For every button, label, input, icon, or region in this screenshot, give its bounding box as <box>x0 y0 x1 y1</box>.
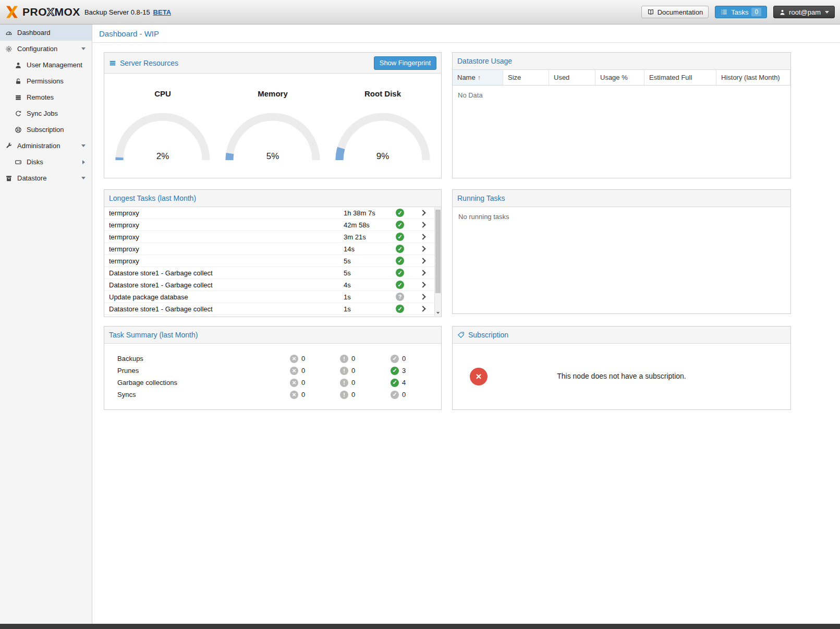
sidebar-item-label: Administration <box>17 142 60 150</box>
error-count: 0 <box>301 391 305 398</box>
user-label: root@pam <box>789 8 821 16</box>
panel-title: Server Resources <box>120 59 178 67</box>
summary-label: Backups <box>117 355 290 362</box>
chevron-right-icon[interactable] <box>420 222 425 227</box>
scrollbar[interactable] <box>434 207 441 316</box>
status-ok-icon <box>396 245 404 253</box>
chevron-down-icon[interactable] <box>81 47 86 50</box>
chevron-right-icon[interactable] <box>420 210 425 215</box>
sidebar-item-disks[interactable]: Disks <box>0 154 92 170</box>
tasks-button[interactable]: Tasks 0 <box>715 6 767 18</box>
scrollbar-down-button[interactable] <box>435 309 441 316</box>
sidebar-item-remotes[interactable]: Remotes <box>0 89 92 105</box>
warning-icon <box>340 367 348 375</box>
show-fingerprint-button[interactable]: Show Fingerprint <box>374 56 436 70</box>
chevron-right-icon[interactable] <box>420 234 425 239</box>
documentation-button[interactable]: Documentation <box>641 6 709 18</box>
task-duration: 1s <box>344 305 396 313</box>
sidebar-item-subscription[interactable]: Subscription <box>0 122 92 138</box>
tasks-label: Tasks <box>731 8 748 16</box>
longest-tasks-panel: Longest Tasks (last Month) termproxy 1h … <box>104 189 442 317</box>
chevron-down-icon[interactable] <box>81 144 86 147</box>
chevron-right-icon[interactable] <box>82 160 85 164</box>
sidebar-item-label: User Management <box>27 61 82 69</box>
chevron-down-icon[interactable] <box>81 177 86 179</box>
user-menu-button[interactable]: root@pam <box>773 6 835 18</box>
sidebar-item-label: Datastore <box>17 174 46 182</box>
summary-row: Backups 0 0 0 <box>117 353 441 365</box>
page-title: Dashboard - WIP <box>99 29 159 38</box>
dashboard-icon <box>5 29 13 37</box>
sidebar-item-sync-jobs[interactable]: Sync Jobs <box>0 105 92 122</box>
task-name: termproxy <box>109 245 344 253</box>
server-list-icon <box>15 94 22 101</box>
summary-label: Garbage collections <box>117 379 290 386</box>
chevron-right-icon[interactable] <box>420 270 425 275</box>
task-row[interactable]: termproxy 3m 21s <box>104 231 434 243</box>
gauge-value: 9% <box>331 151 435 162</box>
summary-label: Prunes <box>117 367 290 374</box>
top-header: PROXMOX Backup Server 0.8-15 BETA Docume… <box>0 0 840 25</box>
chevron-right-icon[interactable] <box>420 306 425 311</box>
sidebar-item-administration[interactable]: Administration <box>0 138 92 154</box>
task-row[interactable]: Datastore store1 - Garbage collect 5s <box>104 267 434 279</box>
tasks-count-badge: 0 <box>751 8 761 16</box>
status-ok-icon <box>396 305 404 313</box>
error-icon <box>290 367 298 375</box>
summary-label: Syncs <box>117 391 290 398</box>
book-icon <box>647 8 654 16</box>
datastore-usage-columns: Name ↑ Size Used Usage % Estimated Full … <box>453 70 790 86</box>
column-header-history[interactable]: History (last Month) <box>716 70 790 85</box>
scrollbar-thumb[interactable] <box>435 210 441 293</box>
error-count: 0 <box>301 367 305 374</box>
sidebar-item-permissions[interactable]: Permissions <box>0 73 92 89</box>
ok-count: 0 <box>402 355 406 362</box>
column-header-estimated-full[interactable]: Estimated Full <box>644 70 716 85</box>
sidebar: Dashboard Configuration User Management … <box>0 25 92 624</box>
error-count: 0 <box>301 379 305 386</box>
column-header-used[interactable]: Used <box>549 70 595 85</box>
no-running-tasks-text: No running tasks <box>453 207 790 226</box>
no-data-text: No Data <box>453 86 790 105</box>
lock-icon <box>15 78 22 85</box>
sidebar-item-user-management[interactable]: User Management <box>0 57 92 73</box>
task-row[interactable]: Update package database 1s <box>104 291 434 303</box>
subscription-body: × This node does not have a subscription… <box>453 344 790 409</box>
column-header-size[interactable]: Size <box>503 70 549 85</box>
sidebar-item-datastore[interactable]: Datastore <box>0 170 92 186</box>
sidebar-item-configuration[interactable]: Configuration <box>0 41 92 57</box>
subscription-panel: Subscription × This node does not have a… <box>452 326 791 410</box>
ok-count: 0 <box>402 391 406 398</box>
column-header-usage-pct[interactable]: Usage % <box>595 70 644 85</box>
column-header-name[interactable]: Name ↑ <box>453 70 503 85</box>
task-row[interactable]: termproxy 1h 38m 7s <box>104 207 434 219</box>
task-row[interactable]: Datastore store1 - Garbage collect 1s <box>104 303 434 315</box>
task-name: Datastore store1 - Garbage collect <box>109 281 344 289</box>
beta-link[interactable]: BETA <box>153 8 171 16</box>
task-row[interactable]: termproxy 5s <box>104 255 434 267</box>
task-row[interactable]: termproxy 14s <box>104 243 434 255</box>
task-duration: 1s <box>344 293 396 301</box>
ticket-icon <box>457 331 465 338</box>
ok-icon <box>391 379 399 387</box>
server-resources-panel: Server Resources Show Fingerprint CPU 2%… <box>104 52 442 178</box>
task-summary-panel: Task Summary (last Month) Backups 0 0 0 … <box>104 326 442 410</box>
ok-count: 3 <box>402 367 406 374</box>
server-resources-header: Server Resources Show Fingerprint <box>104 53 441 74</box>
summary-row: Syncs 0 0 0 <box>117 389 441 401</box>
warning-count: 0 <box>351 391 355 398</box>
gear-icon <box>5 45 13 53</box>
chevron-right-icon[interactable] <box>420 282 425 287</box>
chevron-right-icon[interactable] <box>420 246 425 251</box>
subscription-header: Subscription <box>453 326 790 344</box>
chevron-right-icon[interactable] <box>420 294 425 299</box>
task-duration: 42m 58s <box>344 221 396 229</box>
task-row[interactable]: Datastore store1 - Garbage collect 4s <box>104 279 434 291</box>
summary-row: Garbage collections 0 0 4 <box>117 377 441 389</box>
task-row[interactable]: termproxy 42m 58s <box>104 219 434 231</box>
task-list-icon <box>721 8 728 16</box>
sidebar-item-dashboard[interactable]: Dashboard <box>0 25 92 41</box>
chevron-right-icon[interactable] <box>420 258 425 263</box>
gauge-label: CPU <box>111 89 215 98</box>
running-tasks-header: Running Tasks <box>453 190 790 207</box>
